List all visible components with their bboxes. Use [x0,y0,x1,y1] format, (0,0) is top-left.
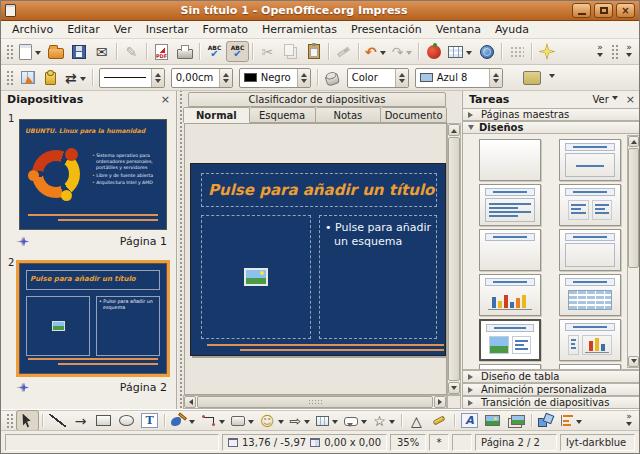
menu-presentacion[interactable]: Presentación [344,22,429,37]
slide-thumbnail-1[interactable]: UBUNTU. Linux para la humanidad Sistema … [19,119,167,230]
spinner[interactable] [395,69,408,87]
scroll-right-button[interactable] [434,396,446,408]
scrollbar-thumb[interactable] [628,148,639,268]
open-button[interactable] [44,41,67,62]
export-pdf-button[interactable]: PDF [150,41,173,62]
menu-formato[interactable]: Formato [196,22,256,37]
ellipse-tool-button[interactable] [115,410,138,431]
spinner[interactable] [151,69,164,87]
scroll-down-button[interactable] [448,382,460,394]
layout-thumb-title-list-chart[interactable] [559,319,621,361]
paste-button[interactable] [302,41,325,62]
toolbar-overflow-button[interactable] [544,67,560,88]
insert-chart-button[interactable] [422,41,445,62]
line-style-combo[interactable] [99,68,165,88]
toolbar-grip[interactable] [6,44,13,60]
toolbar-grip[interactable] [6,413,13,429]
scroll-down-button[interactable] [628,356,639,367]
section-custom-animation[interactable]: Animación personalizada [463,383,640,396]
section-table-design[interactable]: Diseño de tabla [463,370,640,383]
shadow-button[interactable] [520,67,544,88]
rotate-button[interactable] [535,410,558,431]
menu-insertar[interactable]: Insertar [139,22,196,37]
spellcheck-button[interactable]: ABC✔ [203,41,226,62]
flowchart-button[interactable] [313,410,341,431]
print-button[interactable] [173,41,196,62]
scroll-up-button[interactable] [628,136,639,147]
fontwork-button[interactable]: A [458,410,481,431]
tab-notas[interactable]: Notas [316,107,382,123]
view-menu-button[interactable]: Ver [592,94,617,105]
rectangle-tool-button[interactable] [92,410,115,431]
layout-thumb-title-chart[interactable] [479,274,541,316]
layout-thumb-title-table[interactable] [559,274,621,316]
auto-spellcheck-button[interactable]: ABC✔ [226,41,249,62]
transition-icon[interactable] [19,383,29,393]
line-tool-button[interactable] [46,410,69,431]
save-button[interactable] [67,41,90,62]
block-arrows-button[interactable]: ⇨ [287,410,314,431]
styles-button[interactable] [16,67,39,88]
callouts-button[interactable] [341,410,370,431]
slide-workspace[interactable]: Pulse para añadir un título Pulse para a… [184,123,447,395]
layout-thumb-title-picture-list[interactable] [479,319,541,361]
basic-shapes-button[interactable] [228,410,257,431]
menu-archivo[interactable]: Archivo [5,22,60,37]
transition-icon[interactable] [19,237,29,247]
layouts-scrollbar[interactable] [627,135,640,368]
glue-points-button[interactable] [428,410,451,431]
layout-thumb-title-only[interactable] [479,229,541,271]
maximize-button[interactable] [594,3,613,18]
zoom-level[interactable]: 35% [390,434,426,451]
connector-tool-button[interactable] [198,410,228,431]
layout-thumb-title-content[interactable] [479,184,541,226]
arrow-tool-button[interactable]: → [69,410,92,431]
new-button[interactable] [16,41,44,62]
slide-thumbnail-2[interactable]: Pulse para añadir un título Pulse para a… [19,263,167,374]
text-tool-button[interactable]: T [138,410,161,431]
layout-thumb-partial[interactable] [479,364,541,370]
menu-ventana[interactable]: Ventana [429,22,488,37]
tab-normal[interactable]: Normal [183,107,250,123]
slide-canvas[interactable]: Pulse para añadir un título Pulse para a… [190,163,446,356]
symbol-shapes-button[interactable]: ☺ [257,410,287,431]
presentation-assistant-button[interactable] [535,41,558,62]
close-button[interactable]: × [616,3,635,18]
select-tool-button[interactable] [16,410,39,431]
close-panel-icon[interactable]: × [626,93,635,106]
layout-thumb-two-content[interactable] [559,184,621,226]
insert-picture-button[interactable] [481,410,504,431]
template-name[interactable]: lyt-darkblue [560,434,635,451]
menu-herramientas[interactable]: Herramientas [255,22,344,37]
spinner[interactable] [297,69,310,87]
presentation-overflow-button[interactable]: » [621,41,637,62]
outline-placeholder[interactable]: Pulse para añadir un esquema [319,215,437,339]
spinner[interactable] [489,69,502,87]
menu-ayuda[interactable]: Ayuda [488,22,536,37]
spinner[interactable] [219,69,232,87]
tab-slide-sorter[interactable]: Clasificador de diapositivas [188,92,446,107]
section-master-pages[interactable]: Páginas maestras [463,108,640,121]
title-placeholder[interactable]: Pulse para añadir un título [201,173,437,207]
scrollbar-thumb[interactable] [197,396,433,408]
vertical-scrollbar[interactable] [447,123,461,395]
layout-thumb-title-slide[interactable] [559,139,621,181]
curve-tool-button[interactable] [168,410,198,431]
minimize-button[interactable] [572,3,591,18]
scroll-up-button[interactable] [448,124,460,136]
edit-points-button[interactable]: △ [405,410,428,431]
gallery-button[interactable] [504,410,528,431]
undo-button[interactable]: ↶ [362,41,389,62]
layout-thumb-title-box[interactable] [559,229,621,271]
tab-documento[interactable]: Documento [381,107,447,123]
toolbar-grip[interactable] [611,44,618,60]
insert-table-button[interactable] [445,41,475,62]
arrow-style-button[interactable]: ⇄ [62,67,89,88]
close-panel-icon[interactable]: × [161,93,170,106]
toolbar-overflow-button[interactable]: » [592,41,608,62]
line-style-tool-button[interactable] [39,67,62,88]
fill-color-combo[interactable]: Azul 8 [415,68,503,88]
layout-thumb-partial[interactable] [559,364,621,370]
scroll-left-button[interactable] [184,396,196,408]
toolbar-grip[interactable] [6,70,13,86]
